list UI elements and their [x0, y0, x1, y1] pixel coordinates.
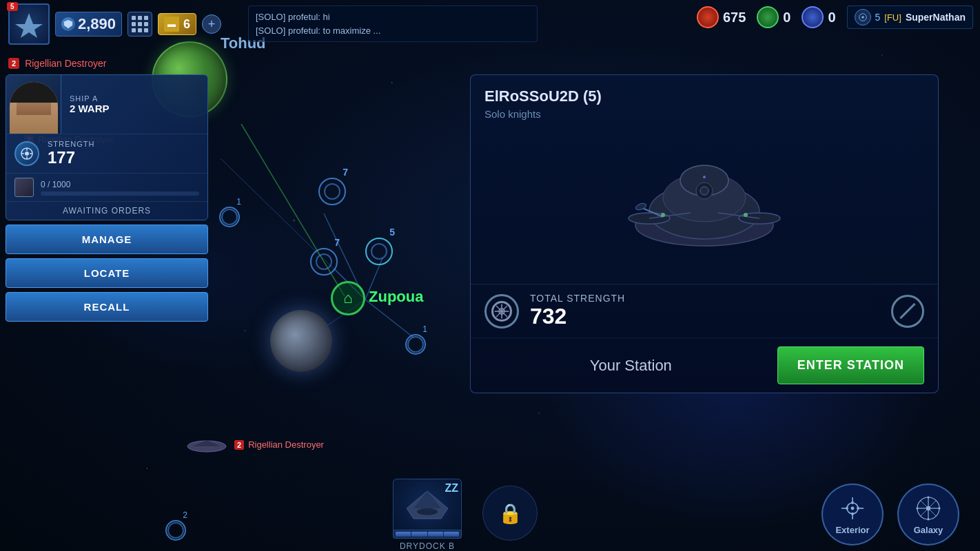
chat-area[interactable]: [SOLO] profetul: hi [SOLO] profetul: to … — [248, 6, 538, 42]
enemy-ship-label-1: 2 Rigellian Destroyer — [0, 55, 214, 72]
strength-row: STRENGTH 177 — [6, 134, 207, 173]
svg-point-57 — [926, 506, 930, 510]
recall-button[interactable]: RECALL — [6, 292, 208, 322]
enemy-ship-2[interactable]: 2 Rigellian Destroyer — [234, 439, 324, 450]
nav-node-4[interactable]: 1 — [219, 207, 240, 227]
galaxy-button[interactable]: Galaxy — [897, 484, 959, 545]
svg-point-31 — [661, 213, 665, 217]
cargo-bar-wrap: 0 / 1000 — [41, 180, 199, 196]
svg-marker-7 — [15, 13, 43, 38]
starfleet-icon — [15, 10, 43, 38]
manage-button[interactable]: MANAGE — [6, 225, 208, 254]
svg-point-59 — [927, 518, 929, 520]
svg-point-47 — [851, 506, 855, 510]
svg-point-33 — [703, 176, 706, 178]
nav-node-1[interactable]: 7 — [318, 178, 346, 205]
nav-node-2[interactable]: 7 — [310, 248, 338, 276]
nav-node-3[interactable]: 5 — [365, 238, 393, 265]
station-strength-icon — [484, 294, 519, 329]
tier-icon — [61, 17, 75, 31]
station-strength-label: TOTAL STRENGTH — [530, 293, 891, 304]
bar-seg-1 — [396, 532, 411, 537]
tritanium-icon — [757, 6, 779, 28]
enemy-level-1: 2 — [8, 58, 19, 69]
svg-point-60 — [916, 507, 918, 509]
drydock-b-label: DRYDOCK B — [400, 541, 455, 551]
ship-warp: 2 WARP — [70, 103, 199, 114]
moon-orb[interactable] — [270, 310, 332, 372]
stats-button[interactable] — [127, 12, 152, 37]
nav-node-5[interactable]: 1 — [405, 334, 426, 355]
svg-point-58 — [927, 496, 929, 498]
cargo-row: 0 / 1000 — [6, 173, 207, 201]
nav-num-2: 7 — [334, 237, 340, 248]
resources-bar: 675 0 0 5 [FU] SuperNathan — [697, 6, 973, 29]
nav-num-5: 1 — [422, 324, 427, 334]
chat-line-1: [SOLO] profetul: hi — [256, 10, 530, 24]
credits-value: 2,890 — [78, 15, 116, 33]
station-strength-info: TOTAL STRENGTH 732 — [530, 293, 891, 329]
cargo-icon — [14, 178, 34, 197]
exterior-label: Exterior — [835, 525, 869, 535]
captain-avatar — [6, 75, 61, 134]
station-title: ElRoSSoU2D (5) — [484, 87, 924, 105]
dilithium-value: 0 — [828, 10, 835, 25]
bottom-bar: ZZ DRYDOCK B 🔒 — [0, 475, 980, 551]
player-level: 5 — [875, 12, 881, 23]
station-action-row: Your Station ENTER STATION — [471, 337, 938, 393]
ship-label: SHIP A — [70, 94, 199, 103]
svg-point-10 — [861, 16, 864, 19]
ship-panel: SHIP A 2 WARP STRENGTH 177 — [6, 74, 208, 220]
strength-label: STRENGTH — [48, 140, 199, 148]
bar-seg-3 — [428, 532, 443, 537]
station-strength-icon-inner — [491, 301, 512, 322]
token-badge: ▬ 6 — [158, 13, 196, 35]
strength-value: 177 — [48, 148, 199, 167]
alliance-tag: [FU] — [884, 12, 901, 23]
starfleet-logo[interactable]: 5 — [8, 3, 50, 45]
parsteel-icon — [697, 6, 719, 28]
ship-info: SHIP A 2 WARP — [61, 89, 207, 120]
exterior-button[interactable]: Exterior — [821, 484, 884, 545]
cargo-bar — [41, 191, 199, 196]
locate-button[interactable]: LOCATE — [6, 258, 208, 288]
tritanium-value: 0 — [783, 10, 790, 25]
station-image-area — [471, 125, 938, 284]
shield-icon — [63, 19, 73, 29]
station-subtitle: Solo knights — [484, 108, 924, 120]
station-strength-row: TOTAL STRENGTH 732 — [471, 284, 938, 337]
credits-badge: 2,890 — [55, 12, 122, 37]
dilithium-resource: 0 — [802, 6, 835, 28]
svg-point-28 — [700, 187, 708, 195]
add-token-button[interactable]: + — [202, 14, 221, 34]
drydock-ship-silhouette — [400, 488, 455, 522]
enemy-ship-2-silhouette — [186, 436, 227, 457]
strength-info: STRENGTH 177 — [48, 140, 199, 167]
your-station-label: Your Station — [484, 357, 777, 375]
bar-seg-4 — [444, 532, 459, 537]
hub-icon — [493, 303, 510, 320]
blocked-icon — [891, 295, 924, 328]
galaxy-icon — [915, 495, 942, 522]
enemy-title-1: Rigellian Destroyer — [25, 58, 106, 69]
lock-slot[interactable]: 🔒 — [482, 486, 538, 541]
enter-station-button[interactable]: ENTER STATION — [777, 346, 924, 384]
nav-num-4: 1 — [236, 197, 241, 207]
nav-num-3: 5 — [389, 227, 395, 238]
lock-icon: 🔒 — [498, 502, 522, 525]
token-count: 6 — [183, 17, 190, 32]
drydock-b-slot[interactable]: ZZ DRYDOCK B — [393, 479, 462, 551]
player-info[interactable]: 5 [FU] SuperNathan — [847, 6, 973, 29]
notification-badge: 5 — [7, 2, 18, 11]
svg-point-50 — [846, 507, 848, 510]
token-icon: ▬ — [164, 17, 179, 32]
alliance-icon — [855, 9, 871, 25]
station-header: ElRoSSoU2D (5) Solo knights — [471, 75, 938, 125]
federation-icon — [858, 12, 868, 22]
bar-seg-2 — [411, 532, 427, 537]
tritanium-resource: 0 — [757, 6, 790, 28]
svg-point-48 — [851, 501, 854, 504]
svg-marker-8 — [64, 20, 72, 28]
chat-line-2: [SOLO] profetul: to maximize ... — [256, 24, 530, 38]
status-label: AWAITING ORDERS — [6, 201, 207, 220]
